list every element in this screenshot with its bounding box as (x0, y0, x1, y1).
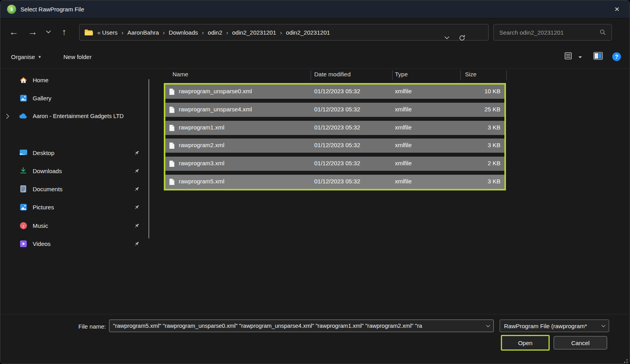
file-name: rawprogram3.xml (179, 160, 224, 166)
documents-icon (19, 185, 28, 193)
recent-locations-icon[interactable] (42, 19, 55, 45)
file-name-label: File name: (59, 323, 106, 330)
breadcrumb-overflow[interactable]: « (96, 29, 101, 36)
file-size: 3 KB (487, 178, 500, 185)
column-separator[interactable] (392, 70, 393, 80)
sidebar-item-label: Pictures (33, 204, 54, 211)
column-header-name[interactable]: Name (172, 71, 188, 78)
breadcrumb-separator: › (277, 29, 285, 36)
file-name: rawprogram5.xml (179, 178, 224, 185)
file-size: 3 KB (487, 124, 500, 131)
breadcrumb-segment[interactable]: odin2 (207, 29, 223, 36)
breadcrumb-separator: › (223, 29, 232, 36)
help-icon[interactable]: ? (612, 52, 621, 61)
file-name: rawprogram_unsparse4.xml (179, 106, 252, 113)
close-icon[interactable]: × (608, 0, 626, 18)
sidebar-item-documents[interactable]: Documents (0, 181, 147, 196)
column-header-type[interactable]: Type (395, 71, 408, 78)
sidebar-item-onedrive[interactable]: Aaron - Entertainment Gadgets LTD (0, 109, 147, 124)
file-row[interactable]: rawprogram2.xml 01/12/2023 05:32 xmlfile… (165, 139, 504, 153)
new-folder-button[interactable]: New folder (63, 45, 92, 68)
address-dropdown-icon[interactable] (440, 30, 454, 46)
breadcrumb-segment[interactable]: AaronBahra (127, 29, 160, 36)
sidebar-item-label: Desktop (33, 150, 54, 156)
navigation-row: ← → ↑ « Users › AaronBahra › Downloads ›… (0, 19, 630, 45)
view-dropdown-icon[interactable] (578, 53, 582, 60)
xml-file-icon (169, 106, 175, 113)
file-name-input[interactable] (109, 323, 485, 329)
breadcrumb-segment[interactable]: Downloads (168, 29, 199, 36)
resize-grip[interactable] (622, 357, 628, 363)
file-type: xmlfile (395, 142, 412, 148)
column-separator[interactable] (506, 70, 507, 80)
home-icon (19, 76, 28, 84)
breadcrumb-separator: › (160, 29, 168, 36)
file-type-select[interactable]: RawProgram File (rawprogram* (500, 320, 609, 332)
sidebar-item-label: Videos (33, 240, 51, 247)
pin-icon (134, 204, 140, 210)
xml-file-icon (169, 160, 175, 167)
expander-chevron-icon[interactable] (6, 114, 9, 119)
breadcrumb-segment[interactable]: odin2_20231201 (285, 29, 331, 36)
file-row[interactable]: rawprogram1.xml 01/12/2023 05:32 xmlfile… (165, 121, 504, 135)
breadcrumb-segment[interactable]: odin2_20231201 (232, 29, 277, 36)
sidebar-item-videos[interactable]: Videos (0, 236, 147, 251)
file-name: rawprogram1.xml (179, 124, 224, 131)
address-bar[interactable]: « Users › AaronBahra › Downloads › odin2… (79, 24, 489, 41)
refresh-icon[interactable] (454, 30, 469, 46)
command-toolbar: Organise ▾ New folder ? (0, 45, 630, 68)
help-glyph: ? (615, 54, 619, 60)
file-row[interactable]: rawprogram3.xml 01/12/2023 05:32 xmlfile… (165, 157, 504, 171)
file-size: 2 KB (487, 160, 500, 166)
xml-file-icon (169, 142, 175, 149)
sidebar-item-downloads[interactable]: Downloads (0, 163, 147, 178)
desktop-icon (19, 148, 28, 157)
sidebar-item-label: Home (33, 77, 48, 83)
preview-pane-icon[interactable] (593, 52, 603, 61)
sidebar-item-desktop[interactable]: Desktop (0, 145, 147, 160)
breadcrumb: « Users › AaronBahra › Downloads › odin2… (96, 29, 331, 36)
file-date-modified: 01/12/2023 05:32 (314, 178, 360, 185)
up-icon[interactable]: ↑ (56, 19, 72, 45)
organise-button[interactable]: Organise ▾ (11, 45, 41, 68)
sidebar-item-music[interactable]: ♪ Music (0, 218, 147, 233)
back-icon[interactable]: ← (6, 19, 22, 45)
forward-icon[interactable]: → (25, 19, 41, 45)
file-date-modified: 01/12/2023 05:32 (314, 142, 360, 148)
file-date-modified: 01/12/2023 05:32 (314, 88, 360, 94)
column-header-date-modified[interactable]: Date modified (314, 71, 351, 78)
file-dialog-window: Select RawProgram File × ← → ↑ « Users ›… (0, 0, 630, 364)
column-separator[interactable] (460, 70, 461, 80)
dialog-footer: File name: RawProgram File (rawprogram* … (0, 314, 630, 364)
pin-icon (134, 168, 140, 174)
sidebar-item-label: Documents (33, 186, 63, 192)
pin-icon (134, 186, 140, 192)
file-row[interactable]: rawprogram_unsparse0.xml 01/12/2023 05:3… (165, 85, 504, 99)
open-button[interactable]: Open (501, 335, 550, 351)
column-header-size[interactable]: Size (465, 71, 476, 78)
sidebar-item-gallery[interactable]: Gallery (0, 91, 147, 105)
sidebar-scrollbar[interactable] (148, 79, 149, 238)
view-mode-icon[interactable] (564, 52, 573, 62)
sidebar-item-pictures[interactable]: Pictures (0, 200, 147, 214)
downloads-icon (19, 166, 28, 175)
xml-file-icon (169, 178, 175, 185)
breadcrumb-separator: › (119, 29, 127, 36)
file-row[interactable]: rawprogram_unsparse4.xml 01/12/2023 05:3… (165, 103, 504, 117)
cancel-button[interactable]: Cancel (554, 336, 607, 349)
file-row[interactable]: rawprogram5.xml 01/12/2023 05:32 xmlfile… (165, 175, 504, 189)
sidebar-item-home[interactable]: Home (0, 72, 147, 87)
chevron-down-icon[interactable] (485, 325, 493, 327)
cancel-button-label: Cancel (571, 340, 590, 346)
search-input[interactable] (494, 29, 600, 36)
title-bar: Select RawProgram File × (0, 0, 630, 18)
videos-icon (19, 239, 28, 248)
column-separator[interactable] (311, 70, 311, 80)
sidebar-item-label: Music (33, 222, 48, 229)
xml-file-icon (169, 124, 175, 131)
file-date-modified: 01/12/2023 05:32 (314, 124, 360, 131)
breadcrumb-segment[interactable]: Users (101, 29, 118, 36)
folder-icon (84, 29, 93, 36)
pictures-icon (19, 203, 28, 211)
open-button-label: Open (518, 340, 533, 346)
